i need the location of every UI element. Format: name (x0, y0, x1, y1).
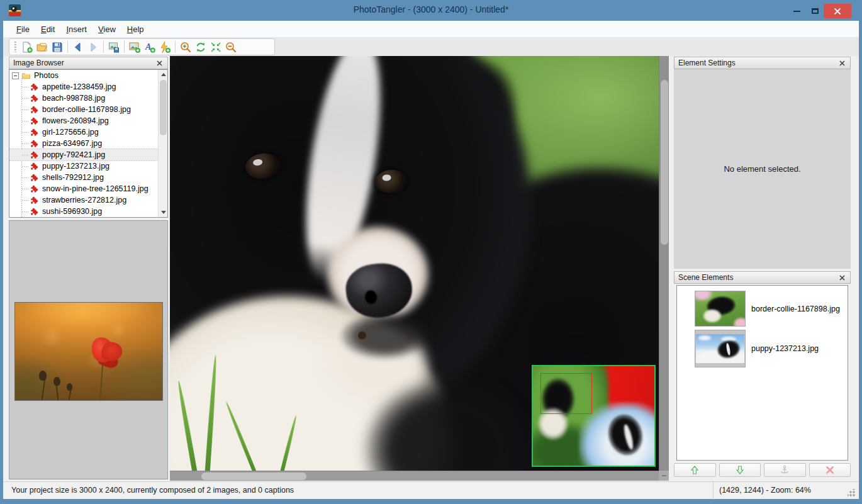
scene-element-label: border-collie-1167898.jpg (751, 305, 840, 313)
project-info-text: Your project size is 3000 x 2400, curren… (11, 486, 294, 495)
toolbar: A (9, 38, 275, 55)
tree-file[interactable]: appetite-1238459.jpg (9, 81, 158, 92)
menu-view[interactable]: View (92, 23, 121, 36)
element-settings-header: Element Settings (674, 57, 851, 69)
tree-file[interactable]: sushi-596930.jpg (9, 206, 158, 217)
tree-file[interactable]: puppy-1237213.jpg (9, 160, 158, 172)
image-browser-title: Image Browser (13, 59, 64, 67)
tree-file[interactable]: border-collie-1167898.jpg (9, 104, 158, 115)
canvas[interactable] (170, 56, 659, 471)
puzzle-icon (30, 82, 39, 91)
corner-dash (662, 475, 666, 476)
element-settings-body: No element selected. (674, 69, 851, 269)
scroll-down-arrow[interactable] (159, 208, 168, 217)
puzzle-icon (30, 207, 39, 216)
delete-element-button[interactable] (809, 463, 851, 477)
image-preview-panel (9, 220, 168, 479)
toolbar-separator (175, 41, 176, 53)
folder-icon (21, 71, 31, 80)
tree-file[interactable]: flowers-260894.jpg (9, 115, 158, 126)
scrollbar-corner (659, 471, 669, 481)
zoom-fit-button[interactable] (208, 40, 223, 54)
file-label: appetite-1238459.jpg (42, 82, 116, 91)
puzzle-icon (30, 184, 39, 193)
move-up-button[interactable] (674, 463, 716, 477)
tree-folder-photos[interactable]: Photos (9, 70, 158, 81)
forward-button[interactable] (86, 40, 101, 54)
open-project-button[interactable] (35, 40, 50, 54)
scene-elements-close-button[interactable] (837, 273, 846, 282)
tree-file[interactable]: strawberries-272812.jpg (9, 194, 158, 206)
new-project-button[interactable] (20, 40, 35, 54)
zoom-in-button[interactable] (178, 40, 193, 54)
minimize-icon (793, 11, 800, 12)
up-arrow-icon (690, 465, 700, 475)
close-button[interactable] (824, 4, 851, 18)
tree-file[interactable]: beach-998788.jpg (9, 92, 158, 104)
puppy-thumbnail (695, 330, 746, 367)
canvas-vertical-scrollbar[interactable] (659, 56, 669, 471)
image-browser-close-button[interactable] (155, 59, 164, 67)
menu-edit[interactable]: Edit (35, 23, 60, 36)
export-image-button[interactable] (106, 40, 121, 54)
zoom-out-button[interactable] (223, 40, 238, 54)
tree-file[interactable]: snow-in-pine-tree-1265119.jpg (9, 183, 158, 194)
puzzle-icon (30, 128, 39, 137)
toolbar-grip[interactable] (14, 42, 16, 52)
eye-glint (383, 175, 391, 181)
close-icon (839, 60, 845, 66)
border-collie-thumbnail (695, 291, 746, 327)
down-arrow-icon (735, 465, 745, 475)
close-icon (834, 8, 841, 15)
vertical-scrollbar-thumb[interactable] (661, 80, 668, 245)
anchor-button[interactable] (764, 463, 806, 477)
puzzle-icon (30, 196, 39, 204)
status-separator (713, 482, 714, 500)
back-button[interactable] (70, 40, 86, 54)
toolbar-separator (67, 41, 68, 53)
zoom-out-icon (225, 41, 237, 53)
back-arrow-icon (72, 41, 84, 53)
poppy-bud (39, 371, 47, 381)
menu-bar: File Edit Insert View Help (3, 21, 859, 37)
thumb-image (696, 334, 744, 363)
file-label: strawberries-272812.jpg (42, 196, 126, 204)
add-text-icon: A (143, 41, 156, 53)
file-label: puppy-1237213.jpg (42, 162, 109, 171)
menu-file[interactable]: File (11, 23, 35, 36)
fit-to-window-icon (210, 41, 222, 53)
tree-file[interactable]: pizza-634967.jpg (9, 138, 158, 149)
add-text-button[interactable]: A (142, 40, 157, 54)
viewport-rectangle[interactable] (540, 373, 592, 414)
element-settings-close-button[interactable] (837, 59, 846, 67)
tree-file[interactable]: shells-792912.jpg (9, 172, 158, 183)
refresh-view-button[interactable] (193, 40, 208, 54)
add-effect-button[interactable] (157, 40, 172, 54)
mouth-shadow (341, 313, 429, 359)
tree-scrollbar[interactable] (158, 70, 167, 217)
scene-element-item[interactable]: puppy-1237213.jpg (695, 330, 819, 367)
collapse-icon[interactable] (12, 72, 19, 79)
resize-grip[interactable] (848, 489, 855, 496)
tree-file-selected[interactable]: poppy-792421.jpg (9, 149, 158, 160)
menu-insert[interactable]: Insert (60, 23, 92, 36)
move-down-button[interactable] (719, 463, 761, 477)
add-image-button[interactable] (127, 40, 142, 54)
horizontal-scrollbar-thumb[interactable] (201, 473, 306, 480)
add-image-icon (128, 41, 141, 53)
menu-help[interactable]: Help (121, 23, 150, 36)
title-bar[interactable]: PhotoTangler - (3000 x 2400) - Untitled* (0, 0, 862, 21)
save-icon (51, 41, 64, 53)
maximize-button[interactable] (806, 4, 824, 18)
canvas-horizontal-scrollbar[interactable] (170, 471, 659, 481)
tree-scrollbar-thumb[interactable] (160, 80, 167, 135)
minimize-button[interactable] (788, 4, 805, 18)
navigator-minimap[interactable] (532, 365, 656, 467)
tree-file[interactable]: girl-1275656.jpg (9, 126, 158, 138)
poppy-bud (53, 377, 60, 386)
scroll-up-arrow[interactable] (159, 70, 168, 79)
scene-element-item[interactable]: border-collie-1167898.jpg (695, 291, 840, 327)
file-label: poppy-792421.jpg (42, 150, 105, 159)
thumb-toy (733, 317, 746, 327)
save-project-button[interactable] (50, 40, 65, 54)
